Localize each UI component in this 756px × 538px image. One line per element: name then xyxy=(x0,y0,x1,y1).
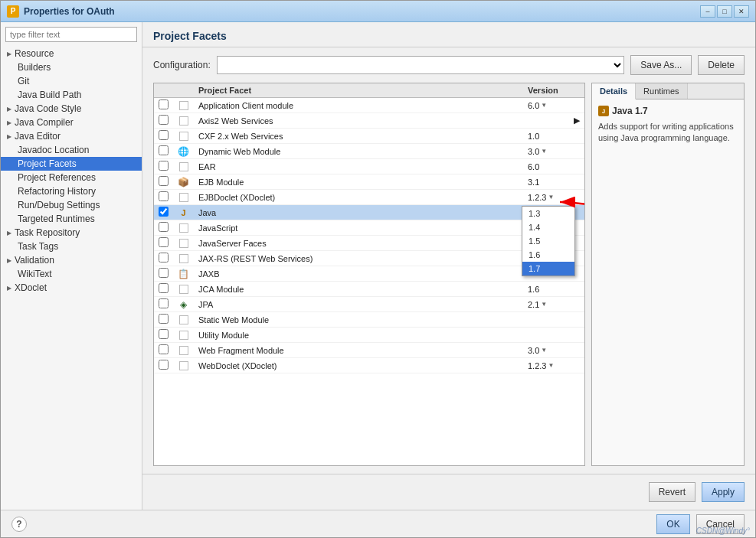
col-checkbox xyxy=(154,83,173,98)
version-option-1-3[interactable]: 1.3 xyxy=(522,207,574,220)
sidebar-item-java-build-path[interactable]: Java Build Path xyxy=(1,88,142,102)
table-row[interactable]: JavaServer Faces xyxy=(154,236,584,251)
table-row[interactable]: EAR6.0 xyxy=(154,159,584,174)
table-row[interactable]: 📦EJB Module3.1 xyxy=(154,174,584,190)
sidebar-item-xdoclet[interactable]: XDoclet xyxy=(1,281,142,295)
details-content: J Java 1.7 Adds support for writing appl… xyxy=(592,99,744,465)
facet-table-area: Project Facet Version Application Client… xyxy=(153,83,585,466)
main-window: P Properties for OAuth – □ ✕ ResourceBui… xyxy=(0,0,756,538)
table-row[interactable]: Axis2 Web Services▶ xyxy=(154,113,584,129)
sidebar: ResourceBuildersGitJava Build PathJava C… xyxy=(1,22,142,510)
sidebar-item-run-debug-settings[interactable]: Run/Debug Settings xyxy=(1,198,142,212)
sidebar-item-targeted-runtimes[interactable]: Targeted Runtimes xyxy=(1,212,142,226)
version-dropdown-overlay[interactable]: 1.3 1.4 1.5 1.6 1.7 xyxy=(522,206,575,276)
sidebar-item-git[interactable]: Git xyxy=(1,74,142,88)
version-option-1-5[interactable]: 1.5 xyxy=(522,234,574,248)
table-row[interactable]: JavaScript xyxy=(154,220,584,236)
sidebar-item-java-compiler[interactable]: Java Compiler xyxy=(1,116,142,129)
title-bar-buttons: – □ ✕ xyxy=(700,5,749,18)
col-icon xyxy=(173,83,194,98)
sidebar-item-validation[interactable]: Validation xyxy=(1,253,142,267)
config-label: Configuration: xyxy=(153,60,211,70)
table-row[interactable]: Static Web Module xyxy=(154,312,584,328)
version-option-1-7[interactable]: 1.7 xyxy=(522,262,574,276)
table-row[interactable]: Web Fragment Module3.0 ▼ xyxy=(154,343,584,358)
window-icon: P xyxy=(7,5,19,18)
table-row[interactable]: JJava1.7 ▼ xyxy=(154,205,584,220)
details-tabs: Details Runtimes xyxy=(592,83,744,99)
table-row[interactable]: CXF 2.x Web Services1.0 xyxy=(154,129,584,144)
sidebar-item-task-tags[interactable]: Task Tags xyxy=(1,240,142,253)
details-description: Adds support for writing applications us… xyxy=(598,121,738,145)
version-option-1-4[interactable]: 1.4 xyxy=(522,220,574,234)
sidebar-item-java-code-style[interactable]: Java Code Style xyxy=(1,102,142,116)
col-version: Version xyxy=(523,83,569,98)
sidebar-item-builders[interactable]: Builders xyxy=(1,60,142,74)
col-facet-name: Project Facet xyxy=(194,83,523,98)
panel-body: Configuration: Save As... Delete xyxy=(142,47,755,474)
table-row[interactable]: JAX-RS (REST Web Services) xyxy=(154,251,584,266)
tab-runtimes[interactable]: Runtimes xyxy=(636,83,687,99)
window-title: Properties for OAuth xyxy=(24,6,700,17)
save-as-button[interactable]: Save As... xyxy=(630,55,692,75)
help-button[interactable]: ? xyxy=(11,517,27,532)
minimize-button[interactable]: – xyxy=(700,5,715,18)
details-title-text: Java 1.7 xyxy=(612,106,648,116)
sidebar-item-project-references[interactable]: Project References xyxy=(1,171,142,184)
revert-button[interactable]: Revert xyxy=(649,482,695,502)
sidebar-item-task-repository[interactable]: Task Repository xyxy=(1,226,142,240)
footer-left: ? xyxy=(11,517,27,532)
java-icon: J xyxy=(598,106,609,116)
ok-button[interactable]: OK xyxy=(656,514,689,534)
sidebar-item-project-facets[interactable]: Project Facets xyxy=(1,157,142,171)
close-button[interactable]: ✕ xyxy=(734,5,749,18)
sidebar-item-wikitext[interactable]: WikiText xyxy=(1,267,142,281)
search-input[interactable] xyxy=(5,27,137,42)
config-select[interactable] xyxy=(217,56,625,74)
tab-details[interactable]: Details xyxy=(592,83,636,99)
delete-button[interactable]: Delete xyxy=(698,55,745,75)
sidebar-item-refactoring-history[interactable]: Refactoring History xyxy=(1,184,142,198)
watermark: CSDN@Windy° xyxy=(696,527,750,535)
sidebar-item-java-editor[interactable]: Java Editor xyxy=(1,129,142,143)
title-bar: P Properties for OAuth – □ ✕ xyxy=(1,1,755,22)
footer: ? OK Cancel xyxy=(1,510,755,537)
table-row[interactable]: ◈JPA2.1 ▼ xyxy=(154,297,584,312)
details-panel: Details Runtimes J Java 1.7 Adds support… xyxy=(591,83,745,466)
bottom-buttons: Revert Apply xyxy=(142,474,755,510)
restore-button[interactable]: □ xyxy=(717,5,732,18)
version-option-1-6[interactable]: 1.6 xyxy=(522,248,574,262)
table-row[interactable]: EJBDoclet (XDoclet)1.2.3 ▼ xyxy=(154,190,584,205)
main-content: ResourceBuildersGitJava Build PathJava C… xyxy=(1,22,755,510)
sidebar-item-javadoc-location[interactable]: Javadoc Location xyxy=(1,143,142,157)
sidebar-item-resource[interactable]: Resource xyxy=(1,47,142,60)
table-row[interactable]: 📋JAXB xyxy=(154,266,584,282)
config-row: Configuration: Save As... Delete xyxy=(153,55,745,75)
apply-button[interactable]: Apply xyxy=(702,482,745,502)
content-area: Project Facets Configuration: Save As...… xyxy=(142,22,755,510)
facets-container: Project Facet Version Application Client… xyxy=(153,83,745,466)
table-row[interactable]: Application Client module6.0 ▼ xyxy=(154,98,584,113)
col-arrow xyxy=(569,83,584,98)
facet-table: Project Facet Version Application Client… xyxy=(154,83,584,373)
sidebar-items-container: ResourceBuildersGitJava Build PathJava C… xyxy=(1,47,142,295)
details-title: J Java 1.7 xyxy=(598,106,738,116)
table-row[interactable]: JCA Module1.6 xyxy=(154,282,584,297)
table-row[interactable]: 🌐Dynamic Web Module3.0 ▼ xyxy=(154,144,584,159)
table-row[interactable]: WebDoclet (XDoclet)1.2.3 ▼ xyxy=(154,358,584,373)
facet-table-body: Application Client module6.0 ▼Axis2 Web … xyxy=(154,98,584,373)
table-row[interactable]: Utility Module xyxy=(154,328,584,343)
panel-title: Project Facets xyxy=(142,22,755,47)
